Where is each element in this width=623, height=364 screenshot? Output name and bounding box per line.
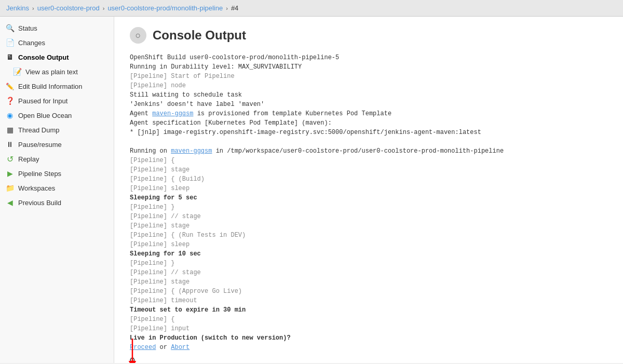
link-maven-1[interactable]: maven-ggqsm	[152, 110, 193, 117]
line-16: [Pipeline] }	[130, 203, 607, 212]
breadcrumb-sep-2: ›	[103, 5, 105, 11]
sidebar-item-console-output[interactable]: Console Output	[0, 50, 114, 64]
line-18: [Pipeline] stage	[130, 221, 607, 231]
sidebar: Status Changes Console Output View as pl…	[0, 17, 114, 363]
pause-resume-icon	[5, 140, 15, 149]
line-9: * [jnlp] image-registry.openshift-image-…	[130, 128, 607, 137]
arrow-1	[114, 45, 122, 87]
sidebar-item-replay[interactable]: Replay	[0, 152, 114, 166]
sidebar-label-pause-resume: Pause/resume	[18, 141, 62, 149]
breadcrumb-bar: Jenkins › user0-coolstore-prod › user0-c…	[0, 0, 623, 17]
text-icon	[12, 67, 22, 76]
line-21: Sleeping for 10 sec	[130, 249, 607, 259]
page-title: Console Output	[153, 28, 246, 43]
sidebar-label-changes: Changes	[18, 39, 45, 47]
line-blank-1	[130, 137, 607, 146]
line-22: [Pipeline] }	[130, 259, 607, 268]
pipeline-icon	[5, 169, 15, 178]
breadcrumb-coolstore[interactable]: user0-coolstore-prod	[37, 4, 100, 12]
line-29: [Pipeline] input	[130, 324, 607, 333]
line-28: [Pipeline] {	[130, 315, 607, 324]
breadcrumb-pipeline[interactable]: user0-coolstore-prod/monolith-pipeline	[107, 4, 223, 12]
line-4: [Pipeline] node	[130, 81, 607, 90]
line-20: [Pipeline] sleep	[130, 240, 607, 249]
line-27: Timeout set to expire in 30 min	[130, 305, 607, 315]
sidebar-label-status: Status	[18, 24, 37, 32]
sidebar-item-paused-input[interactable]: Paused for Input	[0, 93, 114, 108]
previous-icon	[5, 198, 15, 207]
line-5: Still waiting to schedule task	[130, 90, 607, 100]
sidebar-label-workspaces: Workspaces	[18, 184, 55, 192]
sidebar-item-status[interactable]: Status	[0, 21, 114, 35]
sidebar-item-pause-resume[interactable]: Pause/resume	[0, 137, 114, 152]
abort-link[interactable]: Abort	[171, 344, 189, 351]
breadcrumb-build: #4	[231, 4, 238, 12]
thread-icon	[5, 125, 15, 134]
proceed-link[interactable]: Proceed	[130, 344, 156, 351]
line-25: [Pipeline] { (Approve Go Live)	[130, 287, 607, 296]
line-1: OpenShift Build user0-coolstore-prod/mon…	[130, 53, 607, 62]
line-10: Running on maven-ggqsm in /tmp/workspace…	[130, 146, 607, 156]
line-6: 'Jenkins' doesn't have label 'maven'	[130, 100, 607, 109]
sidebar-item-workspaces[interactable]: Workspaces	[0, 181, 114, 195]
line-spinner: ⚙	[130, 354, 607, 363]
magnifier-icon	[5, 23, 15, 33]
line-23: [Pipeline] // stage	[130, 268, 607, 277]
link-maven-2[interactable]: maven-ggqsm	[171, 147, 212, 155]
sidebar-item-view-plain-text[interactable]: View as plain text	[0, 64, 114, 79]
line-17: [Pipeline] // stage	[130, 212, 607, 221]
sidebar-label-edit-build: Edit Build Information	[18, 83, 83, 90]
sidebar-item-blue-ocean[interactable]: Open Blue Ocean	[0, 108, 114, 123]
blue-ocean-icon	[5, 111, 15, 120]
breadcrumb-jenkins[interactable]: Jenkins	[6, 4, 29, 12]
line-14: [Pipeline] sleep	[130, 184, 607, 193]
line-12: [Pipeline] stage	[130, 165, 607, 174]
sidebar-item-pipeline-steps[interactable]: Pipeline Steps	[0, 166, 114, 181]
line-2: Running in Durability level: MAX_SURVIVA…	[130, 62, 607, 72]
console-icon	[5, 52, 15, 62]
sidebar-label-previous: Previous Build	[18, 199, 61, 207]
sidebar-label-pipeline: Pipeline Steps	[18, 170, 61, 178]
line-8: Agent specification [Kubernetes Pod Temp…	[130, 118, 607, 128]
sidebar-item-thread-dump[interactable]: Thread Dump	[0, 123, 114, 137]
sidebar-label-paused-input: Paused for Input	[18, 97, 67, 105]
workspaces-icon	[5, 183, 15, 193]
header-spinner-icon: ○	[130, 27, 146, 44]
page-header: ○ Console Output	[130, 27, 607, 44]
sidebar-label-plain-text: View as plain text	[25, 68, 78, 76]
sidebar-label-blue-ocean: Open Blue Ocean	[18, 112, 72, 119]
sidebar-label-console: Console Output	[18, 53, 69, 61]
line-30: Live in Production (switch to new versio…	[130, 333, 607, 343]
line-3: [Pipeline] Start of Pipeline	[130, 72, 607, 81]
breadcrumb-sep-1: ›	[32, 5, 34, 11]
line-19: [Pipeline] { (Run Tests in DEV)	[130, 231, 607, 240]
console-output: OpenShift Build user0-coolstore-prod/mon…	[130, 53, 607, 363]
line-13: [Pipeline] { (Build)	[130, 174, 607, 184]
line-11: [Pipeline] {	[130, 156, 607, 165]
line-24: [Pipeline] stage	[130, 277, 607, 287]
sidebar-item-edit-build[interactable]: Edit Build Information	[0, 79, 114, 93]
sidebar-label-thread: Thread Dump	[18, 126, 59, 134]
sidebar-item-changes[interactable]: Changes	[0, 35, 114, 50]
edit-icon	[5, 82, 15, 91]
content-area: ○ Console Output OpenShift Build user0-c…	[114, 17, 623, 363]
pause-input-icon	[5, 96, 15, 105]
breadcrumb-sep-3: ›	[226, 5, 228, 11]
line-31: Proceed or Abort	[130, 343, 607, 352]
replay-icon	[5, 154, 15, 164]
line-7: Agent maven-ggqsm is provisioned from te…	[130, 109, 607, 118]
sidebar-label-replay: Replay	[18, 155, 39, 163]
sidebar-item-previous-build[interactable]: Previous Build	[0, 195, 114, 210]
changes-icon	[5, 38, 15, 47]
line-15: Sleeping for 5 sec	[130, 193, 607, 203]
line-26: [Pipeline] timeout	[130, 296, 607, 305]
